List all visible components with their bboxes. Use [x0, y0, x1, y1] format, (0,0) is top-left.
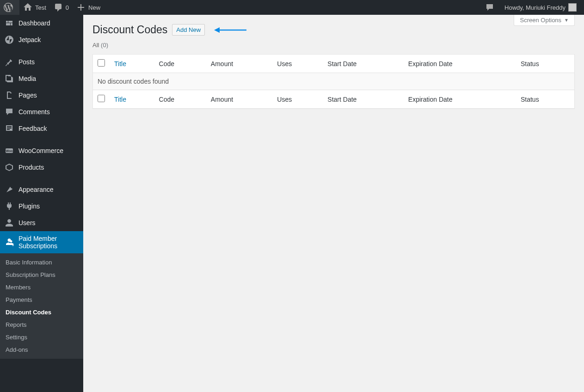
- submenu-item-subscription-plans[interactable]: Subscription Plans: [0, 269, 83, 281]
- menu-label: Jetpack: [18, 36, 41, 43]
- home-icon: [23, 3, 32, 12]
- menu-item-paid-member-subscriptions[interactable]: $Paid Member Subscriptions: [0, 231, 83, 253]
- list-filter[interactable]: All (0): [92, 42, 575, 49]
- user-icon: [5, 218, 14, 227]
- submenu-item-discount-codes[interactable]: Discount Codes: [0, 306, 83, 318]
- menu-label: Users: [18, 219, 36, 227]
- add-new-button[interactable]: Add New: [172, 24, 205, 36]
- menu-item-plugins[interactable]: Plugins: [0, 198, 83, 214]
- submenu-paid-member-subscriptions: Basic InformationSubscription PlansMembe…: [0, 253, 83, 359]
- col-uses: Uses: [272, 55, 323, 73]
- menu-item-feedback[interactable]: Feedback: [0, 120, 83, 137]
- col-expiration-date: Expiration Date: [404, 55, 516, 73]
- menu-label: Dashboard: [18, 19, 50, 27]
- menu-item-media[interactable]: Media: [0, 70, 83, 87]
- menu-item-woocommerce[interactable]: WooWooCommerce: [0, 142, 83, 159]
- col-title-foot[interactable]: Title: [110, 90, 154, 109]
- my-account-link[interactable]: Howdy, Muriuki Freddy: [501, 0, 580, 15]
- col-status: Status: [516, 55, 575, 73]
- menu-item-pages[interactable]: Pages: [0, 87, 83, 104]
- arrow-annotation: [214, 27, 246, 33]
- site-name-text: Test: [35, 4, 46, 11]
- menu-label: Media: [18, 75, 36, 82]
- submenu-item-add-ons[interactable]: Add-ons: [0, 343, 83, 356]
- menu-label: WooCommerce: [18, 147, 63, 154]
- col-amount-foot: Amount: [206, 90, 272, 109]
- svg-text:Woo: Woo: [6, 149, 12, 153]
- page-title: Discount Codes: [92, 24, 167, 36]
- admin-toolbar: Test 0 New Howdy, Muriuki Freddy: [0, 0, 584, 15]
- pms-icon: $: [5, 238, 14, 247]
- page-icon: [5, 91, 14, 100]
- admin-sidebar: DashboardJetpackPostsMediaPagesCommentsF…: [0, 15, 83, 392]
- wp-logo[interactable]: [0, 0, 19, 15]
- col-status-foot: Status: [516, 90, 575, 109]
- select-all-checkbox-top[interactable]: [98, 59, 105, 67]
- menu-label: Comments: [18, 108, 50, 116]
- menu-item-dashboard[interactable]: Dashboard: [0, 15, 83, 31]
- content-area: Screen Options ▼ Discount Codes Add New …: [83, 15, 584, 392]
- submenu-item-reports[interactable]: Reports: [0, 318, 83, 331]
- new-content-link[interactable]: New: [73, 0, 104, 15]
- comments-link[interactable]: 0: [50, 0, 73, 15]
- wordpress-icon: [4, 3, 13, 12]
- menu-item-posts[interactable]: Posts: [0, 54, 83, 70]
- col-amount: Amount: [206, 55, 272, 73]
- col-title[interactable]: Title: [110, 55, 154, 73]
- feedback-icon: [5, 124, 14, 133]
- menu-label: Appearance: [18, 186, 54, 193]
- svg-point-0: [5, 36, 13, 44]
- submenu-item-members[interactable]: Members: [0, 281, 83, 294]
- col-code-foot: Code: [154, 90, 206, 109]
- menu-label: Products: [18, 164, 44, 171]
- comment-icon: [5, 107, 14, 116]
- svg-text:$: $: [12, 243, 14, 246]
- menu-label: Paid Member Subscriptions: [18, 235, 80, 250]
- screen-options-label: Screen Options: [520, 17, 561, 24]
- woo-icon: Woo: [5, 146, 14, 155]
- jetpack-icon: [5, 35, 14, 44]
- speech-bubble-icon: [485, 3, 494, 12]
- plugin-icon: [5, 202, 14, 211]
- menu-item-appearance[interactable]: Appearance: [0, 181, 83, 198]
- select-all-footer[interactable]: [93, 90, 110, 109]
- col-code: Code: [154, 55, 206, 73]
- menu-item-products[interactable]: Products: [0, 159, 83, 176]
- col-start-date-foot: Start Date: [323, 90, 403, 109]
- plus-icon: [76, 3, 86, 12]
- adminbar-right: Howdy, Muriuki Freddy: [481, 0, 580, 15]
- col-uses-foot: Uses: [272, 90, 323, 109]
- appearance-icon: [5, 185, 14, 194]
- page-heading: Discount Codes Add New: [92, 19, 575, 38]
- menu-item-jetpack[interactable]: Jetpack: [0, 31, 83, 48]
- submenu-item-basic-information[interactable]: Basic Information: [0, 256, 83, 269]
- submenu-item-settings[interactable]: Settings: [0, 331, 83, 343]
- media-icon: [5, 74, 14, 83]
- chevron-down-icon: ▼: [564, 18, 569, 23]
- menu-item-users[interactable]: Users: [0, 214, 83, 231]
- menu-label: Pages: [18, 92, 37, 99]
- product-icon: [5, 163, 14, 172]
- dashboard-icon: [5, 18, 14, 28]
- select-all-header[interactable]: [93, 55, 110, 73]
- svg-marker-7: [214, 27, 220, 33]
- new-label: New: [88, 4, 100, 11]
- discount-codes-table: Title Code Amount Uses Start Date Expira…: [92, 54, 575, 109]
- notification-link[interactable]: [481, 0, 501, 15]
- filter-all-count: (0): [101, 42, 108, 49]
- comment-icon: [54, 3, 63, 12]
- menu-item-comments[interactable]: Comments: [0, 104, 83, 120]
- comments-count: 0: [66, 4, 69, 11]
- menu-label: Feedback: [18, 125, 47, 132]
- menu-label: Plugins: [18, 202, 40, 210]
- submenu-item-payments[interactable]: Payments: [0, 294, 83, 306]
- menu-label: Posts: [18, 58, 35, 66]
- screen-options-toggle[interactable]: Screen Options ▼: [514, 15, 575, 26]
- select-all-checkbox-bottom[interactable]: [98, 95, 105, 102]
- site-name-link[interactable]: Test: [19, 0, 50, 15]
- avatar-icon: [568, 3, 577, 12]
- pin-icon: [5, 57, 14, 67]
- col-start-date: Start Date: [323, 55, 403, 73]
- howdy-text: Howdy, Muriuki Freddy: [504, 4, 566, 11]
- filter-all-label: All: [92, 42, 99, 49]
